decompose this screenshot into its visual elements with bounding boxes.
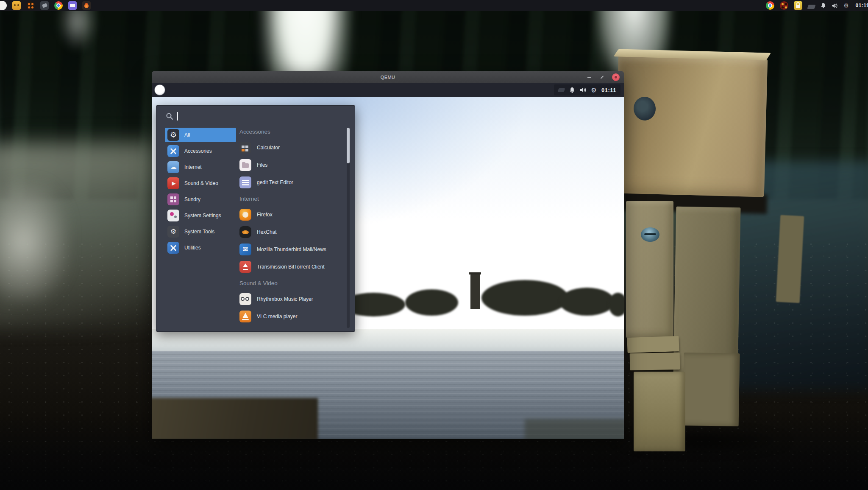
minimize-button[interactable] xyxy=(587,75,592,80)
app-files[interactable]: Files xyxy=(239,157,345,173)
guest-wallpaper-shore-right xyxy=(525,419,624,439)
purple-window-icon[interactable] xyxy=(68,1,77,10)
settings-gear-icon[interactable]: ⚙ xyxy=(843,1,849,10)
sound-video-category-icon: ▶ xyxy=(167,177,179,189)
chrome-icon[interactable] xyxy=(54,1,63,10)
category-internet[interactable]: ☁ Internet xyxy=(165,160,236,174)
category-label: Sundry xyxy=(184,196,200,202)
internet-category-icon: ☁ xyxy=(167,161,179,173)
danbo-torso-right xyxy=(673,207,741,378)
host-system-tray: ⚙ 01:11 xyxy=(766,1,865,10)
close-button[interactable] xyxy=(612,73,620,81)
app-rhythmbox[interactable]: Rhythmbox Music Player xyxy=(239,291,345,307)
calculator-icon xyxy=(239,142,251,154)
danbo-flap xyxy=(630,353,680,370)
app-label: Rhythmbox Music Player xyxy=(257,296,313,302)
app-label: gedit Text Editor xyxy=(257,179,293,185)
app-transmission[interactable]: Transmission BitTorrent Client xyxy=(239,259,345,275)
window-controls xyxy=(587,71,620,83)
tree-silhouette xyxy=(609,293,624,316)
category-sundry[interactable]: Sundry xyxy=(165,192,236,207)
app-calculator[interactable]: Calculator xyxy=(239,140,345,156)
menu-category-list: ⚙ All Accessories ☁ Internet ▶ Sound & V… xyxy=(165,128,236,255)
search-icon xyxy=(166,112,173,120)
window-title: QEMU xyxy=(381,75,395,80)
menu-search-input[interactable] xyxy=(156,106,355,127)
host-launcher-icons xyxy=(3,1,91,10)
utilities-category-icon xyxy=(167,242,179,254)
keyboard-icon[interactable] xyxy=(807,5,815,9)
app-label: VLC media player xyxy=(257,314,297,319)
guest-clock[interactable]: 01:11 xyxy=(601,87,616,93)
bell-icon[interactable] xyxy=(821,3,826,8)
category-label: Utilities xyxy=(184,245,201,251)
section-header-internet: Internet xyxy=(239,196,345,204)
danbo-robot-figure xyxy=(610,51,868,458)
chrome-icon[interactable] xyxy=(766,1,774,10)
app-label: Files xyxy=(257,162,267,168)
category-all[interactable]: ⚙ All xyxy=(165,128,236,142)
rhythmbox-icon xyxy=(239,293,251,305)
maximize-button[interactable] xyxy=(599,75,604,80)
guest-screen: ⚙ 01:11 ⚙ All xyxy=(152,83,624,439)
red-reel-icon[interactable] xyxy=(780,1,788,10)
category-accessories[interactable]: Accessories xyxy=(165,144,236,158)
volume-icon[interactable] xyxy=(832,3,838,8)
app-label: Firefox xyxy=(257,212,273,218)
partial-app-circle-icon[interactable] xyxy=(0,1,7,10)
danbo-foot-left xyxy=(634,372,685,451)
all-category-icon: ⚙ xyxy=(167,129,179,141)
tree-silhouette xyxy=(481,280,568,316)
tree-silhouette xyxy=(559,288,615,316)
thunderbird-icon: ✉ xyxy=(239,244,251,255)
host-top-panel: ⚙ 01:11 xyxy=(0,0,868,11)
danbo-torso-left xyxy=(626,201,673,338)
category-label: System Settings xyxy=(184,213,221,218)
section-header-sound-video: Sound & Video xyxy=(239,280,345,288)
screenshot-tool-icon[interactable] xyxy=(40,1,49,10)
system-settings-category-icon xyxy=(167,210,179,221)
danbo-flap xyxy=(627,336,679,353)
bell-icon[interactable] xyxy=(569,87,575,93)
category-label: Accessories xyxy=(184,148,212,154)
category-label: Internet xyxy=(184,164,202,170)
host-clock[interactable]: 01:11 xyxy=(855,3,868,8)
menu-scrollbar-thumb[interactable] xyxy=(347,128,350,163)
window-titlebar[interactable]: QEMU xyxy=(152,71,624,83)
sundry-category-icon xyxy=(167,193,179,205)
yellow-box-icon[interactable] xyxy=(12,1,21,10)
menu-scrollbar[interactable] xyxy=(347,128,350,328)
category-label: System Tools xyxy=(184,229,214,235)
guest-wallpaper-water-glare xyxy=(152,329,624,353)
danbo-screw xyxy=(641,227,659,242)
film-reel-icon[interactable] xyxy=(26,1,35,10)
guest-top-panel: ⚙ 01:11 xyxy=(152,83,624,97)
app-vlc[interactable]: VLC media player xyxy=(239,308,345,325)
volume-icon[interactable] xyxy=(580,87,587,93)
app-label: Transmission BitTorrent Client xyxy=(257,264,325,270)
guest-system-tray: ⚙ 01:11 xyxy=(554,84,621,95)
category-system-tools[interactable]: ⚙ System Tools xyxy=(165,224,236,239)
app-firefox[interactable]: Firefox xyxy=(239,207,345,223)
qemu-window: QEMU xyxy=(152,71,624,439)
flame-icon[interactable] xyxy=(82,1,91,10)
danbo-head xyxy=(615,55,768,197)
menu-app-list: Accessories Calculator Files gedit Text … xyxy=(239,128,345,330)
app-thunderbird[interactable]: ✉ Mozilla Thunderbird Mail/News xyxy=(239,241,345,258)
app-hexchat[interactable]: HexChat xyxy=(239,224,345,240)
settings-gear-icon[interactable]: ⚙ xyxy=(591,87,597,93)
danbo-arm xyxy=(776,215,804,303)
category-label: Sound & Video xyxy=(184,180,218,186)
applications-menu-popup: ⚙ All Accessories ☁ Internet ▶ Sound & V… xyxy=(156,105,355,332)
app-label: Mozilla Thunderbird Mail/News xyxy=(257,246,326,252)
category-utilities[interactable]: Utilities xyxy=(165,241,236,255)
lock-icon[interactable] xyxy=(794,1,802,10)
files-icon xyxy=(239,159,251,171)
firefox-icon xyxy=(239,209,251,221)
app-gedit[interactable]: gedit Text Editor xyxy=(239,174,345,190)
network-icon[interactable] xyxy=(557,88,565,92)
category-system-settings[interactable]: System Settings xyxy=(165,208,236,223)
tree-silhouette xyxy=(405,289,458,316)
category-sound-video[interactable]: ▶ Sound & Video xyxy=(165,176,236,190)
applications-menu-button[interactable] xyxy=(154,84,165,95)
